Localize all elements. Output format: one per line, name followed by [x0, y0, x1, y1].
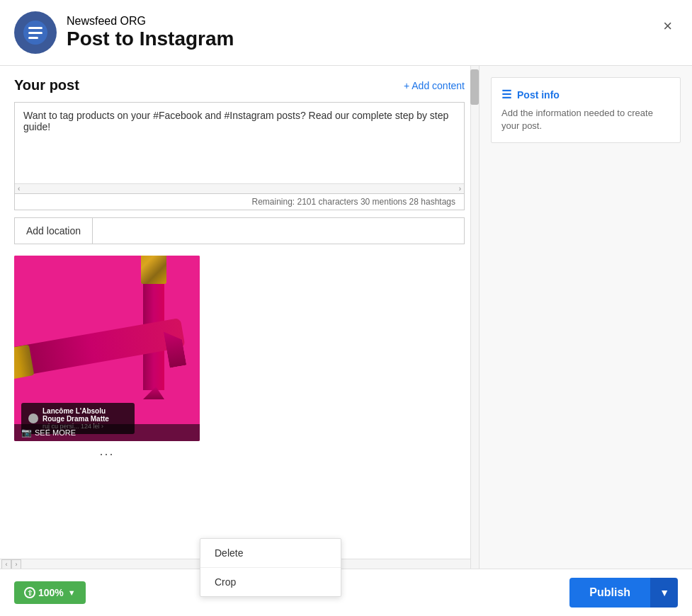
your-post-title: Your post	[14, 77, 79, 93]
image-options-button[interactable]: ···	[93, 445, 120, 463]
hscroll-left-arrow[interactable]: ‹	[18, 185, 20, 193]
context-menu: Delete Crop	[200, 538, 341, 597]
publish-button[interactable]: Publish	[569, 578, 650, 608]
post-info-header: ☰ Post info	[501, 88, 670, 101]
textarea-hscrollbar: ‹ ›	[15, 183, 464, 193]
bottom-bar: ⇧ 100% ▼ Publish ▼	[0, 569, 692, 616]
char-remaining: Remaining: 2101 characters 30 mentions 2…	[14, 194, 465, 210]
left-panel: Your post + Add content Want to tag prod…	[0, 66, 480, 569]
zoom-chevron-icon: ▼	[68, 588, 76, 597]
svg-rect-3	[28, 37, 38, 39]
text-area-wrapper: Want to tag products on your #Facebook a…	[14, 102, 465, 194]
product-icon	[28, 413, 38, 423]
header-text: Newsfeed ORG Post to Instagram	[67, 15, 234, 50]
body: Your post + Add content Want to tag prod…	[0, 66, 692, 569]
see-more-bar[interactable]: 📷 SEE MORE	[14, 424, 200, 441]
app-logo	[14, 11, 57, 54]
hscroll-right-arrow[interactable]: ›	[459, 185, 461, 193]
context-menu-delete[interactable]: Delete	[200, 539, 341, 568]
publish-group: Publish ▼	[569, 578, 678, 608]
right-panel: ☰ Post info Add the information needed t…	[480, 66, 692, 569]
post-info-section: ☰ Post info Add the information needed t…	[491, 77, 681, 143]
dots-row: ···	[14, 445, 200, 463]
post-info-title: Post info	[517, 89, 560, 101]
add-location-button[interactable]: Add location	[15, 218, 93, 244]
svg-rect-2	[28, 32, 42, 34]
publish-dropdown-button[interactable]: ▼	[650, 578, 678, 608]
header: Newsfeed ORG Post to Instagram ×	[0, 0, 692, 66]
header-title: Post to Instagram	[67, 28, 234, 50]
hscroll-nav-buttons: ‹ ›	[1, 559, 21, 569]
hscroll-nav-left[interactable]: ‹	[1, 559, 11, 569]
context-menu-crop[interactable]: Crop	[200, 568, 341, 596]
hscroll-nav-right[interactable]: ›	[11, 559, 21, 569]
see-more-label: SEE MORE	[35, 428, 76, 437]
post-info-icon: ☰	[501, 88, 511, 101]
your-post-header: Your post + Add content	[14, 77, 465, 93]
svg-rect-1	[28, 27, 42, 29]
modal: Newsfeed ORG Post to Instagram × Your po…	[0, 0, 692, 616]
zoom-button[interactable]: ⇧ 100% ▼	[14, 581, 86, 604]
location-input[interactable]	[93, 218, 464, 244]
zoom-upload-icon: ⇧	[24, 587, 35, 598]
left-panel-scrollbar-thumb	[470, 69, 479, 105]
product-name: Lancôme L'Absolu Rouge Drama Matte	[42, 407, 127, 423]
lipstick-cap-1	[141, 256, 166, 284]
add-content-button[interactable]: + Add content	[404, 80, 465, 91]
zoom-label: 100%	[38, 587, 64, 598]
post-info-desc: Add the information needed to create you…	[501, 107, 670, 132]
see-more-bar-icon: 📷	[21, 428, 32, 438]
left-panel-scrollbar[interactable]	[470, 66, 479, 569]
post-image: Lancôme L'Absolu Rouge Drama Matte ruj c…	[14, 256, 200, 441]
left-scroll-area[interactable]: Your post + Add content Want to tag prod…	[0, 66, 479, 559]
location-row: Add location	[14, 217, 465, 244]
post-textarea[interactable]: Want to tag products on your #Facebook a…	[15, 103, 464, 181]
close-button[interactable]: ×	[657, 14, 678, 38]
header-org: Newsfeed ORG	[67, 15, 234, 28]
